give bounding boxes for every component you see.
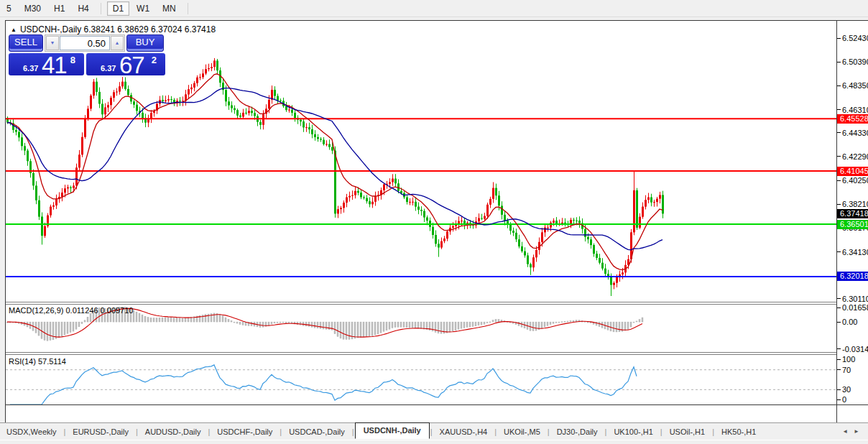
price-tick-label: 6.40250 — [842, 176, 868, 185]
rsi-indicator-label: RSI(14) 57.5114 — [9, 357, 66, 366]
axis-tick-mark — [837, 307, 841, 308]
price-tick-label: 6.48350 — [842, 81, 868, 90]
timeframe-toolbar: 5M30H1H4D1W1MN — [0, 0, 868, 17]
macd-tick-label: -0.031423 — [842, 345, 868, 353]
buy-price-sup: 2 — [152, 55, 157, 65]
panel-separator[interactable] — [6, 302, 836, 305]
axis-tick-mark — [837, 369, 841, 370]
axis-tick-mark — [837, 180, 841, 181]
tab-usoil-h1[interactable]: USOil-,H1 — [663, 425, 712, 439]
tab-usdchf-daily[interactable]: USDCHF-,Daily — [211, 425, 279, 439]
axis-tick-mark — [837, 348, 841, 349]
axis-tick-mark — [837, 38, 841, 39]
tab-usdcnh-daily[interactable]: USDCNH-,Daily — [355, 422, 430, 439]
price-axis[interactable]: 6.524306.503906.483506.463106.443306.422… — [836, 21, 868, 404]
price-tick-label: 6.38210 — [842, 200, 868, 208]
axis-tick-mark — [837, 204, 841, 205]
buy-price-prefix: 6.37 — [101, 64, 116, 73]
tab-scroll-left-icon[interactable]: ◄ — [842, 428, 848, 435]
sell-price-big: 41 — [42, 52, 67, 79]
buy-price-big: 67 — [119, 52, 144, 79]
macd-tick-label: 0.00 — [842, 318, 857, 326]
sell-price-sup: 8 — [70, 55, 75, 65]
axis-tick-mark — [837, 359, 841, 360]
volume-group: ▼ ▲ — [45, 34, 125, 52]
tab-scroll-right-icon[interactable]: ► — [854, 428, 859, 435]
axis-tick-mark — [837, 298, 841, 299]
timeframe-H1[interactable]: H1 — [48, 1, 70, 16]
tab-usdcad-daily[interactable]: USDCAD-,Daily — [282, 425, 351, 439]
chart-ohlc-title: ▲USDCNH-,Daily 6.38241 6.38629 6.37024 6… — [11, 24, 216, 34]
sell-price-display[interactable]: 6.37 41 8 — [9, 53, 84, 75]
price-marker-6-41045: 6.41045 — [837, 167, 868, 176]
price-marker-6-45528: 6.45528 — [837, 114, 868, 124]
collapse-trade-panel-icon[interactable]: ▲ — [11, 27, 17, 33]
timeframe-H4[interactable]: H4 — [72, 1, 94, 16]
macd-indicator-label: MACD(12,26,9) 0.011246 0.009710 — [9, 306, 133, 315]
axis-tick-mark — [837, 389, 841, 390]
axis-tick-mark — [837, 132, 841, 133]
rsi-tick-label: 30 — [842, 385, 851, 394]
price-tick-label: 6.52430 — [842, 34, 868, 42]
panel-separator[interactable] — [6, 352, 836, 355]
status-strip — [0, 440, 868, 444]
macd-tick-label: 0.016586 — [842, 303, 868, 312]
one-click-trading-panel: SELL ▼ ▲ BUY 6.37 41 8 6.37 67 2 — [9, 34, 168, 75]
mt4-terminal: { "toolbar": { "groups": [["5","M30","H1… — [0, 0, 868, 444]
tab-audusd-daily[interactable]: AUDUSD-,Daily — [139, 425, 208, 439]
tab-hk50-h1[interactable]: HK50-,H1 — [715, 425, 762, 439]
toolbar-separator — [101, 3, 101, 14]
tab-eurusd-daily[interactable]: EURUSD-,Daily — [66, 425, 135, 439]
volume-input[interactable] — [60, 36, 110, 50]
tab-usdx-weekly[interactable]: USDX,Weekly — [0, 425, 63, 439]
timeframe-M30[interactable]: M30 — [19, 1, 47, 16]
sell-button[interactable]: SELL — [9, 34, 43, 52]
date-axis[interactable]: 11 May 20212 Jun 202124 Jun 202116 Jul 2… — [6, 404, 836, 405]
price-tick-label: 6.46310 — [842, 106, 868, 114]
chart-plot-area[interactable]: MACD(12,26,9) 0.011246 0.009710 RSI(14) … — [6, 21, 836, 405]
price-tick-label: 6.30110 — [842, 295, 868, 303]
buy-price-display[interactable]: 6.37 67 2 — [86, 53, 165, 75]
tab-ukoil-m5[interactable]: UKOil-,M5 — [497, 425, 547, 439]
price-tick-label: 6.34130 — [842, 248, 868, 256]
axis-tick-mark — [837, 109, 841, 110]
price-tick-label: 6.50390 — [842, 57, 868, 66]
tab-scroll: ◄► — [834, 428, 868, 435]
volume-increase-icon[interactable]: ▲ — [111, 36, 124, 50]
sell-price-prefix: 6.37 — [23, 64, 38, 73]
timeframe-W1[interactable]: W1 — [131, 1, 155, 16]
price-marker-6-36501: 6.36501 — [837, 220, 868, 229]
timeframe-D1[interactable]: D1 — [107, 1, 129, 16]
tab-xauusd-h4[interactable]: XAUUSD-,H4 — [433, 425, 494, 439]
rsi-tick-label: 100 — [842, 355, 855, 364]
axis-tick-mark — [837, 85, 841, 86]
buy-button[interactable]: BUY — [126, 34, 164, 52]
axis-tick-mark — [837, 322, 841, 323]
rsi-chart-svg[interactable] — [6, 355, 836, 404]
timeframe-5[interactable]: 5 — [1, 1, 17, 16]
axis-tick-mark — [837, 156, 841, 157]
price-tick-label: 6.44330 — [842, 129, 868, 137]
toolbar-separator — [188, 3, 188, 14]
axis-tick-mark — [837, 62, 841, 63]
price-tick-label: 6.42290 — [842, 152, 868, 161]
price-marker-6-37418: 6.37418 — [837, 209, 868, 218]
axis-tick-mark — [837, 399, 841, 400]
price-marker-6-32018: 6.32018 — [837, 272, 868, 281]
axis-bottom-corner — [836, 404, 868, 423]
rsi-tick-label: 0 — [842, 395, 846, 404]
chart-window: MACD(12,26,9) 0.011246 0.009710 RSI(14) … — [5, 20, 868, 422]
chart-tab-bar: USDX,Weekly|EURUSD-,Daily|AUDUSD-,Daily|… — [0, 422, 868, 440]
axis-tick-mark — [837, 251, 841, 252]
volume-decrease-icon[interactable]: ▼ — [46, 36, 59, 50]
tab-uk100-h1[interactable]: UK100-,H1 — [607, 425, 659, 439]
rsi-tick-label: 70 — [842, 366, 851, 374]
timeframe-MN[interactable]: MN — [157, 1, 182, 16]
tab-dj30-daily[interactable]: DJ30-,Daily — [550, 425, 604, 439]
ohlc-title-text: USDCNH-,Daily 6.38241 6.38629 6.37024 6.… — [20, 24, 216, 34]
